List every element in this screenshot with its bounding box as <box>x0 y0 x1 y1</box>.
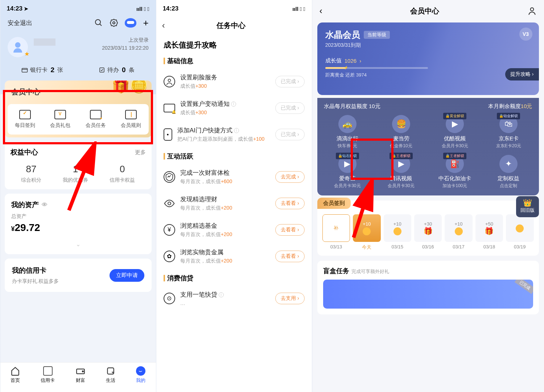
nav-bar: ‹ 任务中心 <box>156 17 312 35</box>
username-redacted <box>34 38 55 46</box>
task-status-done[interactable]: 已完成 <box>275 129 305 140</box>
section-basic-info: 基础信息 <box>156 57 312 68</box>
benefit-item[interactable]: 🔒黄金解锁▶优酷视频会员月卡30元 <box>430 115 480 149</box>
benefit-item[interactable]: 🔒王者解锁⛽中石化加油卡加油卡100元 <box>430 155 480 189</box>
settings-icon[interactable] <box>110 18 118 27</box>
signin-day[interactable]: +50🎁03/18 <box>475 214 503 251</box>
expire-date: 2023/03/31到期 <box>325 42 531 49</box>
member-level-name: 水晶会员 <box>325 29 360 41</box>
member-rules[interactable]: 会员规则 <box>121 110 141 129</box>
last-login-label: 上次登录 <box>102 37 148 44</box>
old-version-button[interactable]: 回旧版 <box>516 196 539 217</box>
info-icon[interactable]: i <box>234 128 239 133</box>
info-icon[interactable]: i <box>231 102 236 107</box>
equity-more[interactable]: 更多 <box>135 149 146 156</box>
progress-bar: ⚡ <box>325 67 428 69</box>
strategy-button[interactable]: 提升攻略 › <box>505 68 539 81</box>
back-button[interactable]: ‹ <box>320 6 322 16</box>
signin-day[interactable]: +30🎁03/16 <box>414 214 442 251</box>
card-icon: 🔔 <box>164 104 175 112</box>
tab-mine[interactable]: ⌣我的 <box>136 366 145 384</box>
mascot-icon[interactable] <box>125 18 136 28</box>
my-assets-card[interactable]: 我的资产👁 总资产 ¥29.72 ⌄ <box>5 194 152 254</box>
eye-icon[interactable]: 👁 <box>42 202 48 208</box>
equity-center-card: 权益中心 更多 87综合积分 1我的优惠券 0信用卡权益 <box>5 142 152 189</box>
svg-point-9 <box>168 79 170 82</box>
member-center-card: 🎁🪙 会员中心 每日签到 会员礼包 会员任务 会员规则 <box>5 81 152 137</box>
phone-2-tasks: 14:23 ııll􀙇􀛨 ‹ 任务中心 成长值提升攻略 基础信息 设置刷脸服务成… <box>156 0 312 392</box>
bank-cards-stat[interactable]: 银行卡2张 <box>21 66 63 74</box>
flower-icon: ✿ <box>164 251 175 262</box>
tab-life[interactable]: 生活 <box>106 366 115 384</box>
signin-day[interactable]: 03/19 <box>506 214 533 251</box>
add-icon[interactable]: + <box>143 18 148 28</box>
tab-wealth[interactable]: 财富 <box>76 366 85 384</box>
task-quick-loan: ⊙ 支用一笔快贷i… 去支用 <box>156 285 312 311</box>
task-ai-shortcut: ● 添加AI门户快捷方式i把AI门户主题添加到桌面，成长值+100 已完成 <box>156 121 312 148</box>
svg-rect-4 <box>22 69 28 73</box>
task-browse-metals: ✿ 浏览实物贵金属每月首次，成长值+200 去看看 <box>156 243 312 269</box>
task-account-notify: 🔔 设置账户变动通知i成长值+300 已完成 <box>156 95 312 121</box>
page-title: 会员中心 <box>322 6 527 16</box>
task-face-service: 设置刷脸服务成长值+300 已完成 <box>156 68 312 95</box>
signin-day[interactable]: 补03/13 <box>322 214 350 251</box>
user-icon[interactable] <box>527 6 537 16</box>
safe-exit-button[interactable]: 安全退出 <box>8 19 32 27</box>
equity-coupons[interactable]: 1我的优惠券 <box>63 164 88 183</box>
equity-title: 权益中心 <box>11 148 38 157</box>
task-see-button[interactable]: 去看看 <box>275 198 305 209</box>
signin-day[interactable]: +1003/15 <box>384 214 411 251</box>
status-bar: 14:23➤ ııll􀙇􀛨 <box>0 0 156 17</box>
my-credit-card: 我的信用卡 办卡享好礼 权益多多 立即申请 <box>5 259 152 292</box>
benefit-item[interactable]: 🚕滴滴出行快车券5元 <box>322 115 372 149</box>
benefit-icon: 🚕 <box>338 115 357 133</box>
benefit-item[interactable]: 🔒铂金解锁🛍京东E卡京东E卡20元 <box>483 115 533 149</box>
tab-home[interactable]: 首页 <box>11 366 20 384</box>
benefit-item[interactable]: ✦定制权益点击定制 <box>483 155 533 189</box>
main-heading: 成长值提升攻略 <box>156 35 312 57</box>
profile-section: ★ 上次登录 2023/03/11 19:22:20 <box>0 30 156 61</box>
apply-button[interactable]: 立即申请 <box>110 269 144 282</box>
lock-tag: 🔒王者解锁 <box>443 153 466 159</box>
svg-point-0 <box>95 20 100 25</box>
nav-bar: ‹ 会员中心 <box>312 0 544 20</box>
quota-label: 水晶每月权益额度 10元 <box>324 103 380 110</box>
signin-card: 会员签到 回旧版 补03/13+10今天+1003/15+30🎁03/16+10… <box>317 201 539 256</box>
svg-point-11 <box>530 8 533 11</box>
signin-day[interactable]: +1003/17 <box>445 214 472 251</box>
task-use-button[interactable]: 去支用 <box>275 293 305 304</box>
task-see-button[interactable]: 去看看 <box>275 224 305 236</box>
crystal-member-card: 水晶会员 当前等级 2023/03/31到期 成长值 1026 › ⚡ 距离黄金… <box>317 22 539 95</box>
lock-tag: 🔒黄金解锁 <box>443 113 466 119</box>
section-consume: 消费信贷 <box>156 274 312 285</box>
chevron-down-icon[interactable]: ⌄ <box>11 241 145 248</box>
equity-credit[interactable]: 0信用卡权益 <box>110 164 135 183</box>
battery-icon: 􀛨 <box>303 6 305 12</box>
benefit-item[interactable]: 🍔麦当劳代金券10元 <box>376 115 426 149</box>
blind-box-promo[interactable]: 已完成 <box>323 280 533 309</box>
wifi-icon: 􀙇 <box>300 6 302 12</box>
task-go-button[interactable]: 去完成 <box>275 171 305 183</box>
benefit-icon: ✦ <box>499 155 518 173</box>
signin-day[interactable]: +10今天 <box>353 214 380 251</box>
phone-1-profile: 14:23➤ ııll􀙇􀛨 安全退出 + ★ 上次登录 2023/03/11 1… <box>0 0 156 392</box>
benefit-item[interactable]: 🔒钻石解锁▶爱奇艺会员月卡30元 <box>322 155 372 189</box>
tab-credit-card[interactable]: 信用卡 <box>41 366 55 384</box>
benefit-item[interactable]: 🔒王者解锁▶腾讯视频会员月卡30元 <box>376 155 426 189</box>
wifi-icon: 􀙇 <box>144 6 146 12</box>
benefits-panel: 水晶每月权益额度 10元 本月剩余额度10元 🚕滴滴出行快车券5元🍔麦当劳代金券… <box>317 98 539 195</box>
member-gift[interactable]: 会员礼包 <box>50 110 70 129</box>
todo-stat[interactable]: 待办0条 <box>99 66 135 74</box>
task-see-button[interactable]: 去看看 <box>275 251 305 262</box>
svg-point-7 <box>82 371 83 372</box>
star-icon: ★ <box>24 50 29 57</box>
benefit-icon: 🍔 <box>392 115 410 133</box>
growth-value[interactable]: 成长值 1026 › <box>325 57 531 64</box>
search-icon[interactable] <box>94 18 103 27</box>
task-status-done[interactable]: 已完成 <box>275 102 305 114</box>
equity-points[interactable]: 87综合积分 <box>21 164 41 183</box>
info-icon[interactable]: i <box>219 292 224 297</box>
member-tasks[interactable]: 会员任务 <box>86 110 106 129</box>
task-status-done[interactable]: 已完成 <box>275 76 305 87</box>
daily-checkin[interactable]: 每日签到 <box>15 110 35 129</box>
